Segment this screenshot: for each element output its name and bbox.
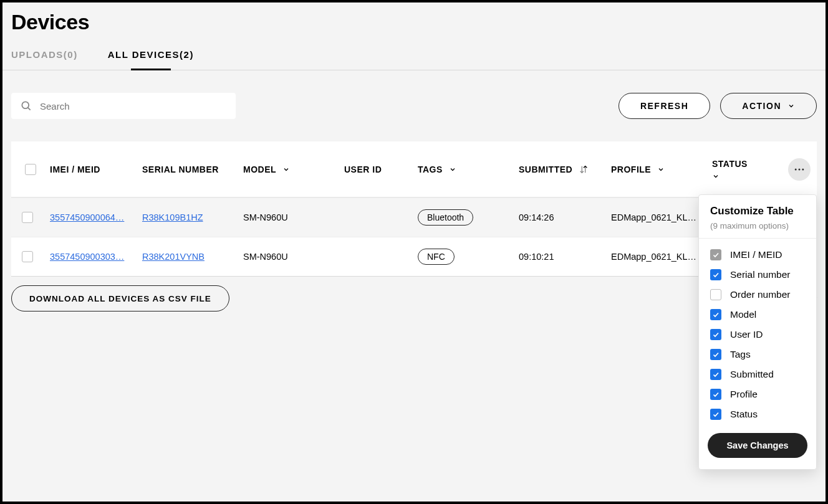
chevron-down-icon (787, 102, 795, 110)
checkbox-icon (710, 309, 721, 320)
customize-columns-button[interactable] (788, 158, 811, 181)
select-all-checkbox[interactable] (25, 164, 36, 175)
option-imei[interactable]: IMEI / MEID (710, 245, 805, 265)
page-title: Devices (2, 2, 826, 38)
checkbox-icon (710, 269, 721, 280)
column-imei[interactable]: IMEI / MEID (50, 164, 142, 174)
svg-line-1 (28, 108, 31, 110)
option-model[interactable]: Model (710, 305, 805, 325)
svg-point-4 (795, 168, 797, 170)
table-header: IMEI / MEID SERIAL NUMBER MODEL USER ID … (11, 141, 817, 197)
checkbox-icon (710, 329, 721, 340)
download-csv-button[interactable]: DOWNLOAD ALL DEVICES AS CSV FILE (11, 285, 229, 311)
toolbar: REFRESH ACTION (2, 70, 826, 141)
submitted-cell: 09:10:21 (519, 252, 611, 262)
tag-cell: NFC (418, 249, 519, 265)
chevron-down-icon (449, 166, 456, 173)
tab-all-devices[interactable]: ALL DEVICES(2) (108, 49, 194, 70)
column-submitted[interactable]: SUBMITTED (519, 164, 611, 174)
checkbox-icon (710, 369, 721, 380)
action-button[interactable]: ACTION (720, 93, 817, 119)
model-cell: SM-N960U (243, 252, 344, 262)
column-tags[interactable]: TAGS (418, 164, 519, 174)
checkbox-icon (710, 349, 721, 360)
tag-chip[interactable]: Bluetooth (418, 209, 473, 226)
column-profile[interactable]: PROFILE (611, 164, 712, 174)
option-status[interactable]: Status (710, 404, 805, 424)
chevron-down-icon (657, 166, 665, 173)
imei-link[interactable]: 3557450900064… (50, 212, 142, 222)
sort-icon (579, 164, 589, 174)
column-serial[interactable]: SERIAL NUMBER (142, 164, 243, 174)
imei-link[interactable]: 3557450900303… (50, 252, 142, 262)
row-checkbox[interactable] (22, 251, 33, 262)
column-model[interactable]: MODEL (243, 164, 344, 174)
customize-table-popover: Customize Table (9 maximum options) IMEI… (698, 194, 817, 470)
save-changes-button[interactable]: Save Changes (708, 433, 807, 458)
option-userid[interactable]: User ID (710, 325, 805, 345)
option-submitted[interactable]: Submitted (710, 364, 805, 384)
row-checkbox[interactable] (22, 212, 33, 223)
search-icon (20, 100, 32, 112)
option-profile[interactable]: Profile (710, 384, 805, 404)
popover-title: Customize Table (710, 205, 805, 217)
serial-link[interactable]: R38K109B1HZ (142, 212, 243, 222)
refresh-button[interactable]: REFRESH (619, 93, 710, 119)
submitted-cell: 09:14:26 (519, 212, 611, 222)
column-userid[interactable]: USER ID (344, 164, 418, 174)
checkbox-icon (710, 249, 721, 260)
tag-cell: Bluetooth (418, 209, 519, 226)
svg-point-5 (799, 168, 801, 170)
table-row: 3557450900064… R38K109B1HZ SM-N960U Blue… (11, 197, 817, 237)
devices-table: IMEI / MEID SERIAL NUMBER MODEL USER ID … (11, 141, 817, 277)
search-input[interactable] (40, 101, 227, 112)
tab-uploads[interactable]: UPLOADS(0) (11, 49, 78, 70)
checkbox-icon (710, 289, 721, 300)
svg-point-6 (802, 168, 804, 170)
checkbox-icon (710, 389, 721, 400)
chevron-down-icon (712, 173, 720, 180)
profile-cell: EDMapp_0621_KL… (611, 252, 712, 262)
more-horizontal-icon (793, 163, 806, 176)
tag-chip[interactable]: NFC (418, 249, 455, 265)
option-serial[interactable]: Serial number (710, 265, 805, 285)
tabs: UPLOADS(0) ALL DEVICES(2) (2, 38, 826, 70)
option-tags[interactable]: Tags (710, 345, 805, 364)
option-order[interactable]: Order number (710, 285, 805, 305)
search-box[interactable] (11, 93, 236, 119)
svg-point-0 (22, 102, 29, 108)
popover-subtitle: (9 maximum options) (710, 221, 805, 231)
table-row: 3557450900303… R38K201VYNB SM-N960U NFC … (11, 237, 817, 276)
chevron-down-icon (282, 166, 290, 173)
checkbox-icon (710, 409, 721, 420)
serial-link[interactable]: R38K201VYNB (142, 252, 243, 262)
column-status[interactable]: STATUS (712, 159, 781, 180)
profile-cell: EDMapp_0621_KL… (611, 212, 712, 222)
model-cell: SM-N960U (243, 212, 344, 222)
